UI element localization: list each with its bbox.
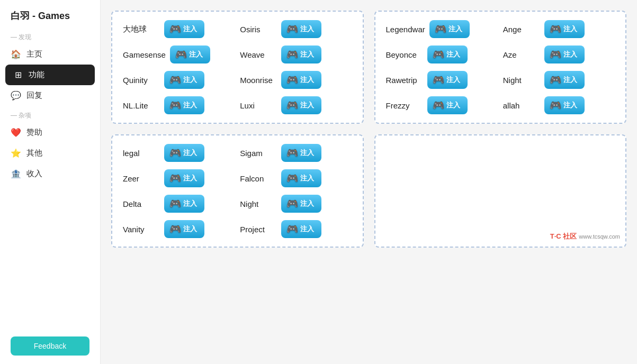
register-btn-aze[interactable]: 🎮 注入 <box>544 46 585 63</box>
feedback-button[interactable]: Feedback <box>11 336 89 356</box>
game-entry-moonrise: Moonrise 🎮 注入 <box>240 71 352 89</box>
game-name-allah: allah <box>503 101 540 110</box>
game-entry-quinity: Quinity 🎮 注入 <box>123 71 235 89</box>
register-btn-project[interactable]: 🎮 注入 <box>281 220 321 238</box>
panel-top-right-grid: Legendwar 🎮 注入 Ange 🎮 注入 <box>386 20 615 114</box>
register-btn-gamesense[interactable]: 🎮 注入 <box>170 46 210 63</box>
register-btn-osiris[interactable]: 🎮 注入 <box>281 20 321 38</box>
register-label-zeer: 注入 <box>183 174 197 183</box>
sidebar-item-income[interactable]: 🏦 收入 <box>0 163 100 184</box>
chess-icon-allah: 🎮 <box>550 99 561 111</box>
register-label-vanity: 注入 <box>183 224 197 234</box>
register-btn-quinity[interactable]: 🎮 注入 <box>164 71 204 89</box>
main-content: 大地球 🎮 注入 Osiris 🎮 注入 <box>101 0 637 364</box>
game-name-legendwar: Legendwar <box>386 25 425 34</box>
register-label-night-top: 注入 <box>563 75 577 85</box>
chess-icon-project: 🎮 <box>286 223 298 235</box>
sidebar-item-other[interactable]: ⭐ 其他 <box>0 143 100 163</box>
sidebar-item-sponsor[interactable]: ❤️ 赞助 <box>0 122 100 143</box>
sidebar-item-home[interactable]: 🏠 主页 <box>0 44 100 65</box>
register-btn-legal[interactable]: 🎮 注入 <box>164 144 204 162</box>
game-entry-dadi: 大地球 🎮 注入 <box>123 20 235 38</box>
register-label-frezzy: 注入 <box>446 101 460 110</box>
panel-bottom-left: legal 🎮 注入 Sigam 🎮 注入 <box>111 134 364 248</box>
game-entry-legendwar: Legendwar 🎮 注入 <box>386 20 498 38</box>
register-label-ange: 注入 <box>563 24 577 34</box>
chess-icon-dadi: 🎮 <box>169 23 181 35</box>
chess-icon-gamesense: 🎮 <box>175 49 187 60</box>
register-btn-nllite[interactable]: 🎮 注入 <box>164 96 204 114</box>
game-name-night-top: Night <box>503 76 540 85</box>
register-btn-sigam[interactable]: 🎮 注入 <box>281 144 321 162</box>
heart-icon: ❤️ <box>11 128 21 138</box>
register-label-beyonce: 注入 <box>446 50 460 59</box>
game-entry-project: Project 🎮 注入 <box>240 220 352 238</box>
register-btn-luxi[interactable]: 🎮 注入 <box>281 96 321 114</box>
register-btn-delta[interactable]: 🎮 注入 <box>164 195 204 213</box>
register-btn-beyonce[interactable]: 🎮 注入 <box>427 46 468 63</box>
game-entry-night-top: Night 🎮 注入 <box>503 71 615 89</box>
register-btn-night-bottom[interactable]: 🎮 注入 <box>281 195 321 213</box>
watermark-text: T·C 社区 <box>550 232 577 241</box>
chess-icon-zeer: 🎮 <box>169 172 181 184</box>
chess-icon-night-bottom: 🎮 <box>286 198 298 210</box>
register-btn-allah[interactable]: 🎮 注入 <box>544 96 585 114</box>
game-name-dadi: 大地球 <box>123 24 160 34</box>
game-name-zeer: Zeer <box>123 174 160 183</box>
sidebar-label-other: 其他 <box>26 148 42 158</box>
game-entry-night-bottom: Night 🎮 注入 <box>240 195 352 213</box>
register-btn-dadi[interactable]: 🎮 注入 <box>164 20 204 38</box>
register-label-osiris: 注入 <box>300 24 314 34</box>
sidebar-item-reply[interactable]: 💬 回复 <box>0 85 100 106</box>
chess-icon-sigam: 🎮 <box>286 147 298 159</box>
game-name-vanity: Vanity <box>123 225 160 234</box>
panel-bottom-left-grid: legal 🎮 注入 Sigam 🎮 注入 <box>123 144 352 238</box>
chess-icon-legal: 🎮 <box>169 147 181 159</box>
register-btn-moonrise[interactable]: 🎮 注入 <box>281 71 321 89</box>
chess-icon-delta: 🎮 <box>169 198 181 210</box>
home-icon: 🏠 <box>11 49 21 59</box>
chess-icon-vanity: 🎮 <box>169 223 181 235</box>
game-name-delta: Delta <box>123 199 160 208</box>
panel-top-right: Legendwar 🎮 注入 Ange 🎮 注入 <box>374 11 627 124</box>
game-entry-luxi: Luxi 🎮 注入 <box>240 96 352 114</box>
register-label-luxi: 注入 <box>300 101 314 110</box>
bottom-panels-row: legal 🎮 注入 Sigam 🎮 注入 <box>111 134 626 248</box>
game-entry-osiris: Osiris 🎮 注入 <box>240 20 352 38</box>
game-name-osiris: Osiris <box>240 25 277 34</box>
top-panels-row: 大地球 🎮 注入 Osiris 🎮 注入 <box>111 11 626 124</box>
game-entry-ange: Ange 🎮 注入 <box>503 20 615 38</box>
register-btn-rawetrip[interactable]: 🎮 注入 <box>427 71 468 89</box>
chess-icon-falcon: 🎮 <box>286 172 298 184</box>
game-entry-falcon: Falcon 🎮 注入 <box>240 169 352 187</box>
chess-icon-quinity: 🎮 <box>169 74 181 86</box>
register-label-rawetrip: 注入 <box>446 75 460 85</box>
game-name-moonrise: Moonrise <box>240 76 277 85</box>
register-btn-ange[interactable]: 🎮 注入 <box>544 20 585 38</box>
register-btn-night-top[interactable]: 🎮 注入 <box>544 71 585 89</box>
chess-icon-frezzy: 🎮 <box>433 99 444 111</box>
game-entry-nllite: NL.Lite 🎮 注入 <box>123 96 235 114</box>
game-name-nllite: NL.Lite <box>123 101 160 110</box>
register-btn-weave[interactable]: 🎮 注入 <box>281 46 321 63</box>
register-btn-vanity[interactable]: 🎮 注入 <box>164 220 204 238</box>
game-name-falcon: Falcon <box>240 174 277 183</box>
game-name-gamesense: Gamesense <box>123 50 166 59</box>
register-btn-legendwar[interactable]: 🎮 注入 <box>429 20 470 38</box>
register-btn-frezzy[interactable]: 🎮 注入 <box>427 96 468 114</box>
sidebar-item-features[interactable]: ⊞ 功能 <box>5 65 95 85</box>
game-entry-gamesense: Gamesense 🎮 注入 <box>123 46 235 63</box>
game-name-quinity: Quinity <box>123 76 160 85</box>
sidebar-title: 白羽 - Games <box>0 0 100 28</box>
register-label-delta: 注入 <box>183 199 197 208</box>
chess-icon-osiris: 🎮 <box>286 23 298 35</box>
chess-icon-weave: 🎮 <box>286 49 298 60</box>
register-label-sigam: 注入 <box>300 148 314 158</box>
register-btn-falcon[interactable]: 🎮 注入 <box>281 169 321 187</box>
game-name-aze: Aze <box>503 50 540 59</box>
game-entry-weave: Weave 🎮 注入 <box>240 46 352 63</box>
sidebar-label-income: 收入 <box>26 169 42 179</box>
watermark-url: www.tcsqw.com <box>579 233 620 240</box>
register-label-dadi: 注入 <box>183 24 197 34</box>
register-btn-zeer[interactable]: 🎮 注入 <box>164 169 204 187</box>
